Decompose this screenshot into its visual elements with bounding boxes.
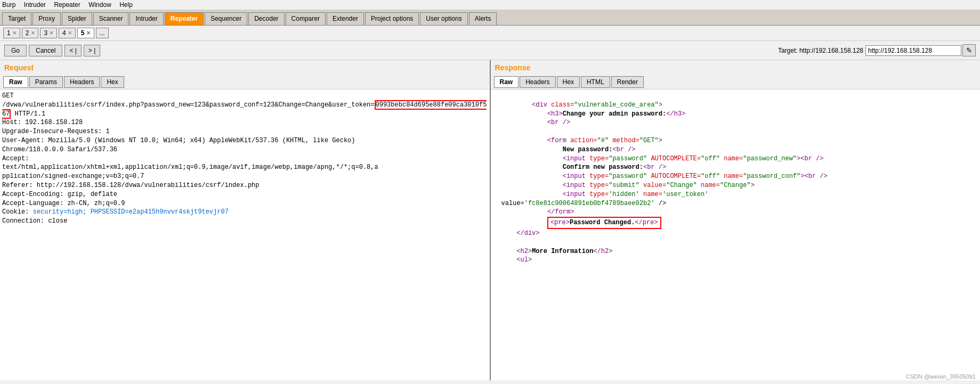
- request-header: Request: [0, 60, 490, 75]
- tab-user-options[interactable]: User options: [420, 12, 467, 25]
- response-tab-html[interactable]: HTML: [581, 76, 610, 88]
- resp-input4-sp: [639, 191, 643, 198]
- sub-tab-4[interactable]: 4 ×: [59, 28, 76, 38]
- close-5-icon[interactable]: ×: [87, 29, 91, 37]
- tab-extender[interactable]: Extender: [327, 12, 364, 25]
- request-tab-headers[interactable]: Headers: [64, 76, 100, 88]
- resp-form-open: <form: [547, 137, 570, 144]
- resp-pre-highlight: <pre>Password Changed.</pre>: [547, 217, 661, 229]
- resp-type4-attr: type=: [589, 191, 609, 198]
- resp-name4-val: 'user_token': [662, 191, 708, 198]
- menu-intruder[interactable]: Intruder: [24, 1, 46, 9]
- sub-tab-2[interactable]: 2 ×: [22, 28, 39, 38]
- menubar: Burp Intruder Repeater Window Help: [0, 0, 980, 10]
- request-tab-params[interactable]: Params: [29, 76, 63, 88]
- resp-type2-attr: type=: [589, 173, 609, 180]
- forward-button[interactable]: > |: [84, 45, 100, 56]
- resp-ul-open: <ul>: [516, 256, 532, 264]
- resp-type1-val: "password": [609, 155, 647, 162]
- response-content[interactable]: <div class="vulnerable_code_area"> <h3>C…: [491, 89, 981, 380]
- resp-indent7: [501, 164, 563, 171]
- response-tab-raw[interactable]: Raw: [494, 76, 519, 88]
- menu-burp[interactable]: Burp: [2, 1, 15, 9]
- tab-intruder[interactable]: Intruder: [129, 12, 163, 25]
- tab-comparer[interactable]: Comparer: [286, 12, 326, 25]
- resp-br1: <br />: [547, 119, 570, 126]
- request-panel: Request Raw Params Headers Hex GET /dvwa…: [0, 60, 491, 380]
- request-tab-raw[interactable]: Raw: [3, 76, 28, 88]
- request-tab-hex[interactable]: Hex: [101, 76, 124, 88]
- request-chrome: Chrome/118.0.0.0 Safari/537.36: [2, 146, 117, 153]
- resp-conf-pw-text: Confirm new password:: [563, 164, 643, 171]
- tab-scanner[interactable]: Scanner: [93, 12, 129, 25]
- menu-window[interactable]: Window: [88, 1, 111, 9]
- resp-br4: <br />: [643, 164, 666, 171]
- resp-class-attr: class=: [551, 101, 574, 109]
- sub-tab-bar: 1 × 2 × 3 × 4 × 5 × ...: [0, 26, 980, 41]
- tab-sequencer[interactable]: Sequencer: [205, 12, 247, 25]
- watermark: CSDN @weixin_39505091: [906, 373, 976, 380]
- main-content: Request Raw Params Headers Hex GET /dvwa…: [0, 60, 980, 380]
- go-button[interactable]: Go: [4, 45, 27, 56]
- request-accept-value: text/html,application/xhtml+xml,applicat…: [2, 164, 378, 171]
- resp-input1-open: <input: [563, 155, 589, 162]
- close-2-icon[interactable]: ×: [31, 29, 35, 37]
- tab-spider[interactable]: Spider: [62, 12, 92, 25]
- resp-name3-attr: name=: [701, 182, 720, 189]
- menu-repeater[interactable]: Repeater: [54, 1, 80, 9]
- resp-br2: <br />: [612, 146, 635, 153]
- close-3-icon[interactable]: ×: [50, 29, 53, 37]
- resp-name1-attr: name=: [724, 155, 743, 162]
- resp-indent9: [501, 182, 563, 189]
- request-upgrade: Upgrade-Insecure-Requests: 1: [2, 128, 110, 135]
- response-tab-headers[interactable]: Headers: [520, 76, 555, 88]
- response-tab-hex[interactable]: Hex: [557, 76, 580, 88]
- resp-indent13: [501, 230, 517, 237]
- resp-form-close: </form>: [547, 208, 574, 216]
- resp-h3-close: </h3>: [666, 110, 685, 118]
- response-panel: Response Raw Headers Hex HTML Render <di…: [491, 60, 981, 380]
- resp-token-value: 'fc8e81c90064891eb0bf4789baee02b2': [524, 200, 655, 207]
- sub-tab-5[interactable]: 5 ×: [77, 28, 94, 38]
- request-user-agent: User-Agent: Mozilla/5.0 (Windows NT 10.0…: [2, 137, 355, 144]
- resp-type2-val: "password": [609, 173, 647, 180]
- tab-repeater[interactable]: Repeater: [165, 12, 204, 25]
- target-input[interactable]: [865, 45, 961, 56]
- request-content[interactable]: GET /dvwa/vulnerabilities/csrf/index.php…: [0, 89, 490, 380]
- target-edit-button[interactable]: ✎: [962, 44, 976, 56]
- tab-decoder[interactable]: Decoder: [248, 12, 284, 25]
- resp-input4-open: <input: [563, 191, 589, 198]
- tab-alerts[interactable]: Alerts: [469, 12, 497, 25]
- resp-name3-val: "Change": [720, 182, 751, 189]
- resp-pre-text: Password Changed.: [570, 219, 635, 226]
- resp-indent1: [501, 101, 532, 109]
- sub-tab-dots[interactable]: ...: [96, 28, 109, 38]
- sub-tab-3[interactable]: 3 ×: [40, 28, 57, 38]
- close-4-icon[interactable]: ×: [68, 29, 72, 37]
- resp-br5: <br />: [804, 173, 827, 180]
- response-tabs: Raw Headers Hex HTML Render: [491, 75, 981, 89]
- resp-form-action-attr: action=: [570, 137, 597, 144]
- sub-tab-1[interactable]: 1 ×: [3, 28, 20, 38]
- menu-help[interactable]: Help: [119, 1, 133, 9]
- resp-h2-open: <h2>: [516, 248, 532, 255]
- main-tab-bar: Target Proxy Spider Scanner Intruder Rep…: [0, 10, 980, 26]
- resp-indent10: [501, 191, 563, 198]
- resp-indent5: [501, 146, 563, 153]
- resp-method-attr: method=: [612, 137, 639, 144]
- close-1-icon[interactable]: ×: [13, 29, 17, 37]
- resp-indent4: [501, 137, 547, 144]
- resp-indent3: [501, 119, 547, 126]
- resp-type3-attr: type=: [589, 182, 609, 189]
- request-host: Host: 192.168.158.128: [2, 119, 83, 126]
- resp-pre-close: </pre>: [635, 219, 658, 226]
- response-tab-render[interactable]: Render: [611, 76, 644, 88]
- resp-auto1-attr: AUTOCOMPLETE=: [651, 155, 701, 162]
- request-connection: Connection: close: [2, 217, 67, 225]
- tab-proxy[interactable]: Proxy: [33, 12, 61, 25]
- request-cookie-value: security=high; PHPSESSID=e2ap415h9nvvr4s…: [33, 208, 229, 216]
- tab-project-options[interactable]: Project options: [365, 12, 419, 25]
- cancel-button[interactable]: Cancel: [29, 45, 62, 56]
- tab-target[interactable]: Target: [2, 12, 31, 25]
- back-button[interactable]: < |: [64, 45, 81, 56]
